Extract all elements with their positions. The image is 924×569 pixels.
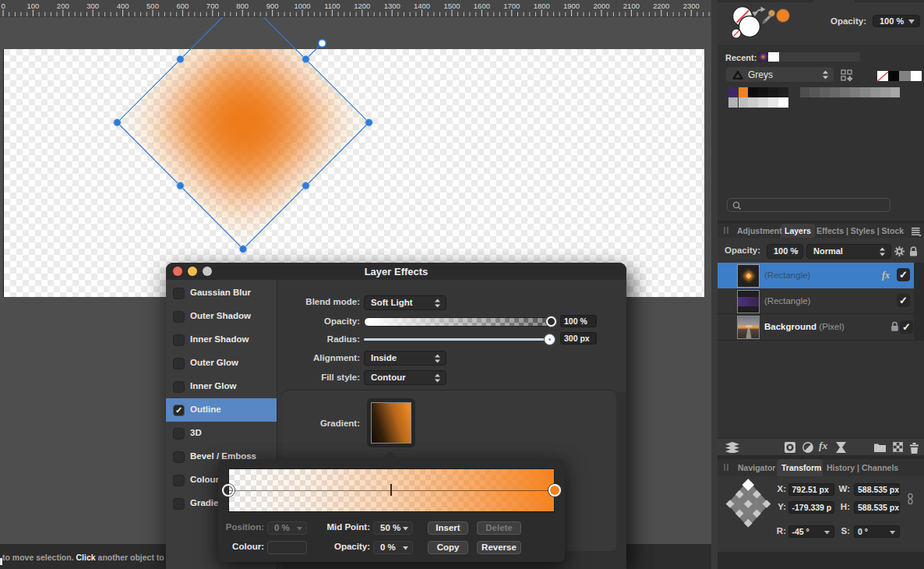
- svg-text:300: 300: [86, 2, 99, 10]
- svg-text:2300: 2300: [683, 2, 700, 10]
- svg-text:900: 900: [266, 2, 279, 10]
- svg-text:2000: 2000: [593, 2, 609, 10]
- svg-text:600: 600: [176, 2, 189, 10]
- svg-text:500: 500: [146, 2, 159, 10]
- svg-text:1800: 1800: [534, 2, 550, 10]
- svg-text:1200: 1200: [354, 2, 370, 10]
- svg-text:1300: 1300: [384, 2, 400, 10]
- svg-text:400: 400: [117, 2, 129, 10]
- svg-text:2100: 2100: [623, 2, 640, 10]
- svg-text:1400: 1400: [414, 2, 430, 10]
- svg-text:100: 100: [26, 2, 39, 10]
- svg-text:0: 0: [2, 2, 5, 10]
- svg-text:1900: 1900: [563, 2, 580, 10]
- svg-text:1100: 1100: [324, 2, 340, 10]
- svg-text:1600: 1600: [474, 2, 490, 10]
- svg-text:1500: 1500: [443, 2, 460, 10]
- svg-text:1000: 1000: [294, 2, 310, 10]
- svg-text:700: 700: [206, 2, 219, 10]
- svg-text:1700: 1700: [503, 2, 520, 10]
- svg-text:800: 800: [236, 2, 249, 10]
- svg-text:200: 200: [57, 2, 69, 10]
- svg-text:2200: 2200: [653, 2, 669, 10]
